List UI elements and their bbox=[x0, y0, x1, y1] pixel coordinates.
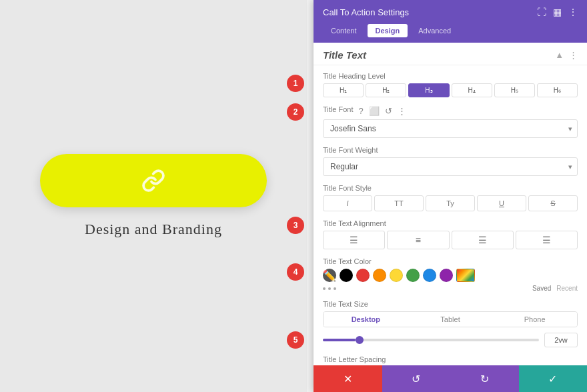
font-style-label: Title Font Style bbox=[323, 184, 578, 192]
font-weight-label: Title Font Weight bbox=[323, 146, 578, 154]
heading-h3[interactable]: H₃ bbox=[408, 83, 449, 97]
color-dots-row: Saved Recent bbox=[323, 285, 578, 292]
section-header-actions: ▲ ⋮ bbox=[555, 50, 578, 60]
font-select-wrapper: Josefin Sans bbox=[323, 119, 578, 138]
size-slider-fill bbox=[323, 339, 356, 341]
more-icon[interactable]: ⋮ bbox=[568, 7, 578, 17]
font-label: Title Font bbox=[323, 105, 353, 113]
font-help-icon[interactable]: ? bbox=[358, 106, 363, 116]
dot1 bbox=[323, 287, 326, 290]
grid-icon[interactable]: ▦ bbox=[553, 7, 562, 17]
font-select[interactable]: Josefin Sans bbox=[323, 119, 578, 138]
heading-h4[interactable]: H₄ bbox=[452, 83, 492, 97]
font-controls-row: Title Font ? ⬜ ↺ ⋮ bbox=[323, 105, 578, 117]
style-strikethrough[interactable]: S bbox=[528, 195, 578, 211]
color-green[interactable] bbox=[406, 269, 420, 282]
color-red[interactable] bbox=[356, 269, 370, 282]
panel-tabs: Content Design Advanced bbox=[314, 24, 587, 43]
font-refresh-icon[interactable]: ↺ bbox=[385, 106, 392, 116]
save-button[interactable]: ✓ bbox=[519, 365, 588, 392]
size-slider-thumb[interactable] bbox=[356, 336, 364, 344]
font-weight-select[interactable]: Regular bbox=[323, 157, 578, 176]
heading-h6[interactable]: H₆ bbox=[537, 83, 578, 97]
heading-h2[interactable]: H₂ bbox=[366, 83, 406, 97]
color-blue[interactable] bbox=[423, 269, 436, 282]
settings-panel: Call To Action Settings ⛶ ▦ ⋮ Content De… bbox=[314, 0, 587, 392]
color-orange[interactable] bbox=[373, 269, 386, 282]
yellow-cta-button[interactable] bbox=[40, 154, 267, 207]
tab-advanced[interactable]: Advanced bbox=[410, 24, 459, 37]
align-left[interactable]: ☰ bbox=[323, 231, 385, 249]
color-black[interactable] bbox=[340, 269, 353, 282]
color-gradient[interactable] bbox=[456, 269, 475, 282]
tab-design[interactable]: Design bbox=[368, 24, 408, 37]
heading-buttons: H₁ H₂ H₃ H₄ H₅ H₆ bbox=[323, 83, 578, 97]
font-weight-select-wrapper: Regular bbox=[323, 157, 578, 176]
heading-h5[interactable]: H₅ bbox=[494, 83, 535, 97]
collapse-icon[interactable]: ▲ bbox=[555, 50, 564, 60]
fullscreen-icon[interactable]: ⛶ bbox=[537, 7, 546, 17]
canvas-area: Design and Branding bbox=[0, 0, 307, 392]
size-slider-track[interactable] bbox=[323, 339, 539, 341]
section-title: Title Text bbox=[323, 49, 366, 61]
link-icon bbox=[141, 169, 165, 193]
align-right[interactable]: ☰ bbox=[452, 231, 514, 249]
saved-recent: Saved Recent bbox=[532, 285, 578, 292]
heading-level-group: Title Heading Level H₁ H₂ H₃ H₄ H₅ H₆ bbox=[323, 72, 578, 97]
action-bar: ✕ ↺ ↻ ✓ bbox=[314, 365, 587, 392]
heading-level-label: Title Heading Level bbox=[323, 72, 578, 80]
color-purple[interactable] bbox=[440, 269, 453, 282]
canvas-label: Design and Branding bbox=[85, 221, 222, 238]
align-buttons: ☰ ≡ ☰ ☰ bbox=[323, 231, 578, 249]
font-upload-icon[interactable]: ⬜ bbox=[369, 106, 380, 116]
device-tabs: Desktop Tablet Phone bbox=[323, 311, 578, 327]
tab-content[interactable]: Content bbox=[323, 24, 365, 37]
text-alignment-group: Title Text Alignment ☰ ≡ ☰ ☰ bbox=[323, 219, 578, 249]
text-alignment-label: Title Text Alignment bbox=[323, 219, 578, 227]
panel-content: Title Heading Level H₁ H₂ H₃ H₄ H₅ H₆ Ti… bbox=[314, 65, 587, 365]
font-style-group: Title Font Style I TT Ty U S bbox=[323, 184, 578, 211]
text-size-group: Title Text Size Desktop Tablet Phone 2vw bbox=[323, 300, 578, 347]
redo-button[interactable]: ↻ bbox=[450, 365, 519, 392]
dot3 bbox=[334, 287, 336, 290]
section-header: Title Text ▲ ⋮ bbox=[314, 43, 587, 65]
size-value[interactable]: 2vw bbox=[544, 333, 578, 347]
text-color-group: Title Text Color ✏️ Saved Recent bbox=[323, 257, 578, 292]
font-group: Title Font ? ⬜ ↺ ⋮ Josefin Sans bbox=[323, 105, 578, 138]
device-desktop[interactable]: Desktop bbox=[324, 312, 408, 327]
font-weight-group: Title Font Weight Regular bbox=[323, 146, 578, 176]
recent-label: Recent bbox=[556, 285, 578, 292]
letter-spacing-group: Title Letter Spacing 0px bbox=[323, 355, 578, 365]
color-yellow[interactable] bbox=[390, 269, 403, 282]
heading-h1[interactable]: H₁ bbox=[323, 83, 364, 97]
style-uppercase[interactable]: TT bbox=[374, 195, 424, 211]
style-buttons: I TT Ty U S bbox=[323, 195, 578, 211]
align-justify[interactable]: ☰ bbox=[516, 231, 578, 249]
size-slider-row: 2vw bbox=[323, 333, 578, 347]
undo-button[interactable]: ↺ bbox=[382, 365, 451, 392]
color-row: ✏️ bbox=[323, 269, 578, 282]
saved-label: Saved bbox=[532, 285, 551, 292]
letter-spacing-label: Title Letter Spacing bbox=[323, 355, 578, 363]
font-more-icon[interactable]: ⋮ bbox=[398, 106, 406, 116]
device-phone[interactable]: Phone bbox=[492, 312, 577, 327]
style-underline[interactable]: U bbox=[477, 195, 526, 211]
panel-header: Call To Action Settings ⛶ ▦ ⋮ bbox=[314, 0, 587, 24]
text-color-label: Title Text Color bbox=[323, 257, 578, 265]
device-tablet[interactable]: Tablet bbox=[408, 312, 493, 327]
cancel-button[interactable]: ✕ bbox=[314, 365, 382, 392]
align-center[interactable]: ≡ bbox=[387, 231, 449, 249]
dot2 bbox=[328, 287, 331, 290]
panel-title: Call To Action Settings bbox=[323, 7, 409, 17]
color-picker-icon[interactable]: ✏️ bbox=[323, 269, 336, 282]
panel-header-icons: ⛶ ▦ ⋮ bbox=[537, 7, 578, 17]
text-size-label: Title Text Size bbox=[323, 300, 578, 308]
section-more-icon[interactable]: ⋮ bbox=[569, 50, 578, 60]
style-italic[interactable]: I bbox=[323, 195, 372, 211]
style-capitalize[interactable]: Ty bbox=[426, 195, 475, 211]
